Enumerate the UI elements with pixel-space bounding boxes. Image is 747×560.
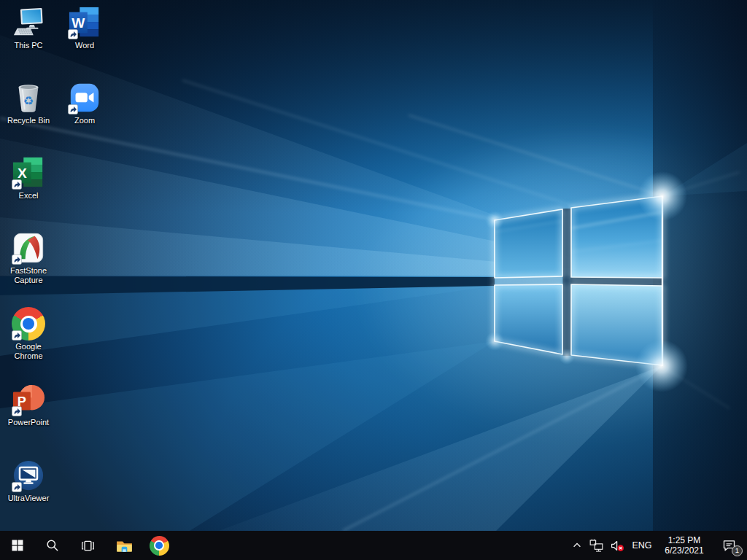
desktop-icon-excel[interactable]: X Excel bbox=[1, 156, 56, 201]
desktop-icon-label: Excel bbox=[19, 191, 39, 201]
desktop-icon-ultraviewer[interactable]: UltraViewer bbox=[1, 459, 56, 503]
shortcut-arrow-icon bbox=[12, 179, 22, 190]
desktop-icon-powerpoint[interactable]: P PowerPoint bbox=[1, 383, 56, 427]
excel-icon: X bbox=[12, 156, 45, 190]
desktop-icon-this-pc[interactable]: This PC bbox=[1, 6, 56, 50]
action-center-button[interactable]: 1 bbox=[713, 531, 745, 560]
taskbar-buttons bbox=[0, 531, 177, 560]
system-tray: ENG 1:25 PM 6/23/2021 1 bbox=[568, 531, 747, 560]
task-view-icon bbox=[80, 538, 96, 553]
clock-date: 6/23/2021 bbox=[656, 545, 713, 556]
desktop-icon-label: This PC bbox=[14, 41, 42, 50]
desktop-icon-label: FastStone Capture bbox=[1, 266, 56, 285]
volume-tray-button[interactable] bbox=[606, 531, 628, 560]
search-button[interactable] bbox=[35, 531, 70, 560]
network-tray-button[interactable] bbox=[586, 531, 606, 560]
taskbar: ENG 1:25 PM 6/23/2021 1 bbox=[0, 531, 747, 560]
search-icon bbox=[45, 538, 60, 553]
svg-text:♻: ♻ bbox=[23, 94, 34, 108]
powerpoint-icon: P bbox=[12, 383, 45, 416]
desktop-icon-label: Zoom bbox=[74, 116, 95, 125]
network-icon bbox=[589, 538, 604, 553]
screen: This PC W Word bbox=[0, 0, 747, 560]
volume-muted-icon bbox=[610, 538, 625, 553]
chevron-up-icon bbox=[572, 540, 582, 551]
desktop-icon-google-chrome[interactable]: Google Chrome bbox=[1, 307, 56, 361]
desktop-icon-label: UltraViewer bbox=[8, 494, 50, 503]
zoom-icon bbox=[68, 81, 101, 114]
chrome-icon bbox=[150, 536, 169, 556]
task-view-button[interactable] bbox=[70, 531, 105, 560]
shortcut-arrow-icon bbox=[68, 29, 78, 39]
chrome-icon bbox=[12, 307, 45, 341]
recycle-bin-icon: ♻ bbox=[12, 81, 45, 114]
tray-overflow-button[interactable] bbox=[568, 531, 586, 560]
desktop-icon-label: Word bbox=[75, 41, 94, 50]
shortcut-arrow-icon bbox=[12, 406, 22, 416]
shortcut-arrow-icon bbox=[12, 482, 22, 492]
desktop-icon-label: PowerPoint bbox=[8, 418, 49, 427]
desktop-icon-zoom[interactable]: Zoom bbox=[57, 81, 112, 125]
desktop-icon-faststone-capture[interactable]: FastStone Capture bbox=[1, 231, 56, 285]
file-explorer-button[interactable] bbox=[107, 531, 142, 560]
word-icon: W bbox=[68, 6, 101, 39]
this-pc-icon bbox=[12, 6, 45, 39]
desktop-icon-recycle-bin[interactable]: ♻ Recycle Bin bbox=[1, 81, 56, 125]
desktop-icon-word[interactable]: W Word bbox=[57, 6, 112, 50]
windows-logo-icon bbox=[11, 539, 24, 552]
ultraviewer-icon bbox=[12, 459, 45, 492]
notification-badge: 1 bbox=[732, 545, 743, 556]
clock[interactable]: 1:25 PM 6/23/2021 bbox=[656, 531, 713, 560]
clock-time: 1:25 PM bbox=[656, 535, 713, 546]
shortcut-arrow-icon bbox=[68, 104, 78, 114]
start-button[interactable] bbox=[0, 531, 35, 560]
language-indicator[interactable]: ENG bbox=[628, 531, 656, 560]
file-explorer-icon bbox=[115, 537, 133, 555]
desktop-icon-label: Google Chrome bbox=[1, 342, 56, 361]
chrome-taskbar-button[interactable] bbox=[142, 531, 177, 560]
shortcut-arrow-icon bbox=[12, 330, 22, 341]
shortcut-arrow-icon bbox=[12, 254, 22, 265]
desktop-icon-label: Recycle Bin bbox=[7, 116, 50, 125]
faststone-capture-icon bbox=[12, 231, 45, 265]
